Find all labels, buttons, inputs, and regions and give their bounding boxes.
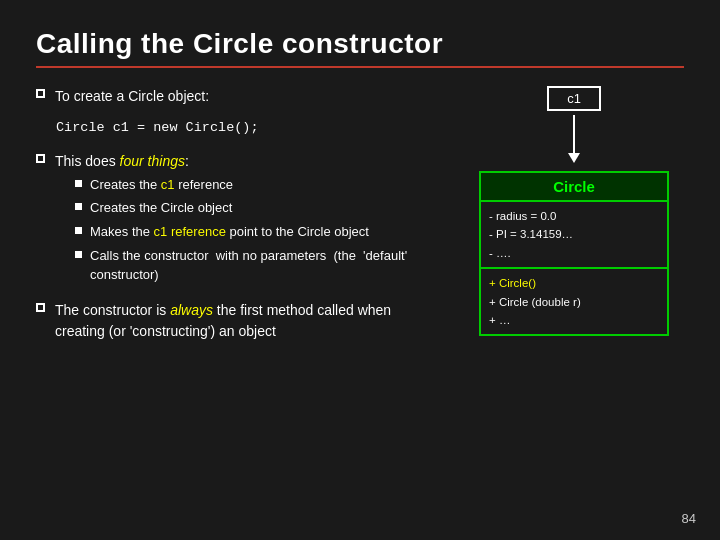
content-area: To create a Circle object: Circle c1 = n… xyxy=(36,86,684,352)
sub-bullet-sq-4 xyxy=(75,251,82,258)
uml-method-1: + Circle() xyxy=(489,274,659,292)
page-number: 84 xyxy=(682,511,696,526)
bullet-1-text: To create a Circle object: xyxy=(55,86,444,107)
bullet-3: The constructor is always the first meth… xyxy=(36,300,444,342)
bullet-3-text: The constructor is always the first meth… xyxy=(55,300,444,342)
uml-field-2: - PI = 3.14159… xyxy=(489,225,659,243)
bullet-3-part1: The constructor is xyxy=(55,302,170,318)
c1-label-row: c1 xyxy=(547,86,601,111)
sub-bullet-sq-1 xyxy=(75,180,82,187)
bullet-2-colon: : xyxy=(185,153,189,169)
sub-bullet-sq-3 xyxy=(75,227,82,234)
bullet-square-3 xyxy=(36,303,45,312)
bullet-square-1 xyxy=(36,89,45,98)
bullet-1: To create a Circle object: xyxy=(36,86,444,107)
right-column: c1 Circle - radius = 0.0 - PI = 3.14159…… xyxy=(464,86,684,352)
uml-fields: - radius = 0.0 - PI = 3.14159… - …. xyxy=(481,202,667,269)
sub-bullet-4-text: Calls the constructor with no parameters… xyxy=(90,247,444,285)
bullet-2-text: This does four things: Creates the c1 re… xyxy=(55,151,444,290)
sub-bullet-sq-2 xyxy=(75,203,82,210)
bullet-2: This does four things: Creates the c1 re… xyxy=(36,151,444,290)
uml-class-box: Circle - radius = 0.0 - PI = 3.14159… - … xyxy=(479,171,669,336)
uml-field-3: - …. xyxy=(489,244,659,262)
slide-title: Calling the Circle constructor xyxy=(36,28,684,60)
sub-bullet-2: Creates the Circle object xyxy=(75,199,444,218)
slide: Calling the Circle constructor To create… xyxy=(0,0,720,540)
c1-label: c1 xyxy=(567,91,581,106)
c1-box: c1 xyxy=(547,86,601,111)
uml-method-2: + Circle (double r) xyxy=(489,293,659,311)
bullet-square-2 xyxy=(36,154,45,163)
uml-class-name: Circle xyxy=(481,173,667,202)
title-underline xyxy=(36,66,684,68)
sub-bullet-1-text: Creates the c1 reference xyxy=(90,176,233,195)
sub-bullets: Creates the c1 reference Creates the Cir… xyxy=(75,176,444,285)
uml-method-3: + … xyxy=(489,311,659,329)
sub-bullet-4: Calls the constructor with no parameters… xyxy=(75,247,444,285)
uml-container: c1 Circle - radius = 0.0 - PI = 3.14159…… xyxy=(479,86,669,336)
uml-arrow xyxy=(573,115,575,155)
bullet-3-italic: always xyxy=(170,302,213,318)
sub-bullet-2-text: Creates the Circle object xyxy=(90,199,232,218)
code-text: Circle c1 = new Circle(); xyxy=(56,120,259,135)
four-things-highlight: four things xyxy=(120,153,185,169)
left-column: To create a Circle object: Circle c1 = n… xyxy=(36,86,464,352)
uml-methods: + Circle() + Circle (double r) + … xyxy=(481,269,667,334)
bullet-2-plain: This does xyxy=(55,153,120,169)
sub-bullet-3: Makes the c1 reference point to the Circ… xyxy=(75,223,444,242)
sub-bullet-3-text: Makes the c1 reference point to the Circ… xyxy=(90,223,369,242)
uml-field-1: - radius = 0.0 xyxy=(489,207,659,225)
bullet-1-label: To create a Circle object: xyxy=(55,88,209,104)
sub-bullet-1: Creates the c1 reference xyxy=(75,176,444,195)
code-block: Circle c1 = new Circle(); xyxy=(56,117,444,139)
